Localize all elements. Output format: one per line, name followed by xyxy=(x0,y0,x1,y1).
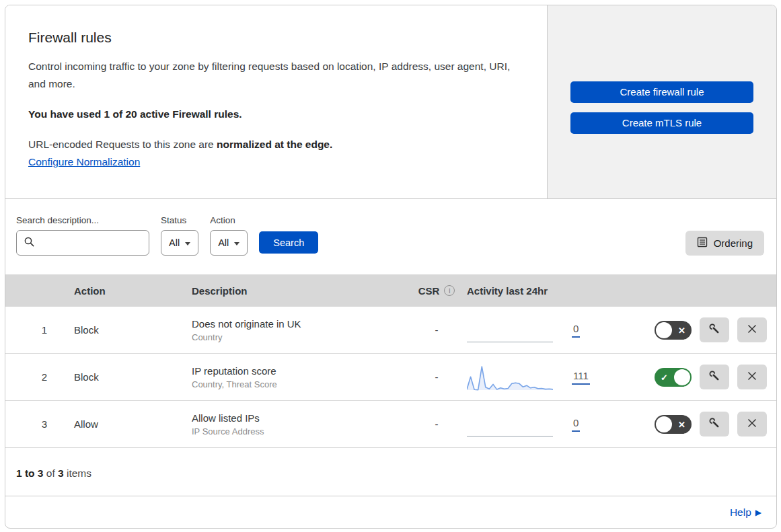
action-filter-group: Action All xyxy=(210,215,248,256)
column-csr-label: CSR xyxy=(418,285,440,297)
table-header: Action Description CSR i Activity last 2… xyxy=(5,274,776,307)
rule-activity-cell: 111 xyxy=(467,363,628,391)
rule-enabled-toggle[interactable]: ✕ xyxy=(655,415,692,434)
column-description: Description xyxy=(192,285,406,297)
delete-rule-button[interactable] xyxy=(737,412,767,436)
rule-priority: 3 xyxy=(15,418,74,430)
edit-rule-button[interactable] xyxy=(700,317,729,342)
pagination-summary: 1 to 3 of 3 items xyxy=(5,449,776,496)
rule-criteria: Country xyxy=(192,332,406,342)
rule-action: Allow xyxy=(74,418,192,430)
search-label: Search description... xyxy=(16,215,149,225)
rule-controls: ✓ xyxy=(628,365,767,389)
column-action: Action xyxy=(74,285,192,297)
activity-count-link[interactable]: 0 xyxy=(572,323,580,338)
items-of: of xyxy=(43,467,58,479)
search-group: Search description... xyxy=(16,215,149,256)
toggle-knob xyxy=(656,416,672,432)
rule-csr: - xyxy=(406,418,467,430)
toggle-on-icon: ✓ xyxy=(661,372,668,382)
page-description: Control incoming traffic to your zone by… xyxy=(28,58,513,92)
filter-bar: Search description... Status All Action … xyxy=(5,199,776,274)
rule-controls: ✕ xyxy=(628,412,767,436)
action-label: Action xyxy=(210,215,248,225)
firewall-rules-card: Firewall rules Control incoming traffic … xyxy=(5,5,777,529)
toggle-knob xyxy=(674,369,690,385)
table-row: 2 Block IP reputation score Country, Thr… xyxy=(5,354,776,401)
rule-enabled-toggle[interactable]: ✕ xyxy=(655,321,692,340)
wrench-icon xyxy=(708,323,720,337)
rule-priority: 2 xyxy=(15,371,74,383)
create-mtls-rule-button[interactable]: Create mTLS rule xyxy=(570,112,753,134)
activity-count-link[interactable]: 0 xyxy=(572,417,580,432)
header-actions-panel: Create firewall rule Create mTLS rule xyxy=(548,5,776,198)
rule-description-cell: IP reputation score Country, Threat Scor… xyxy=(192,365,406,389)
chevron-down-icon xyxy=(234,242,239,245)
help-footer: Help ▶ xyxy=(5,496,776,528)
close-icon xyxy=(747,324,757,336)
edit-rule-button[interactable] xyxy=(700,412,729,436)
status-label: Status xyxy=(161,215,198,225)
rule-activity-cell: 0 xyxy=(467,316,628,344)
ordering-button[interactable]: Ordering xyxy=(685,231,764,256)
normalization-note-bold: normalized at the edge. xyxy=(217,139,332,150)
toggle-off-icon: ✕ xyxy=(678,419,685,429)
delete-rule-button[interactable] xyxy=(737,317,767,342)
activity-count-link[interactable]: 111 xyxy=(572,370,590,385)
search-icon xyxy=(24,236,35,250)
table-row: 3 Allow Allow listed IPs IP Source Addre… xyxy=(5,401,776,448)
activity-sparkline xyxy=(467,316,553,344)
page-title: Firewall rules xyxy=(28,30,517,46)
normalization-note-text: URL-encoded Requests to this zone are xyxy=(28,139,217,150)
items-range: 1 to 3 xyxy=(16,467,43,479)
items-word: items xyxy=(64,467,91,479)
rule-criteria: IP Source Address xyxy=(192,426,406,436)
create-firewall-rule-button[interactable]: Create firewall rule xyxy=(570,81,753,103)
search-button[interactable]: Search xyxy=(259,231,318,254)
usage-summary: You have used 1 of 20 active Firewall ru… xyxy=(28,108,517,120)
rule-csr: - xyxy=(406,371,467,383)
rule-csr: - xyxy=(406,324,467,336)
table-row: 1 Block Does not originate in UK Country… xyxy=(5,307,776,354)
wrench-icon xyxy=(708,417,720,431)
rule-action: Block xyxy=(74,324,192,336)
rule-description: IP reputation score xyxy=(192,365,406,377)
edit-rule-button[interactable] xyxy=(700,365,729,389)
help-link-label: Help xyxy=(730,506,751,519)
close-icon xyxy=(747,418,757,430)
rule-description: Allow listed IPs xyxy=(192,412,406,424)
info-icon[interactable]: i xyxy=(444,285,455,296)
rule-description: Does not originate in UK xyxy=(192,318,406,330)
rule-controls: ✕ xyxy=(628,317,767,342)
activity-sparkline xyxy=(467,410,553,439)
help-link[interactable]: Help ▶ xyxy=(730,506,761,519)
activity-sparkline xyxy=(467,363,553,391)
status-filter-group: Status All xyxy=(161,215,198,256)
list-icon xyxy=(697,237,708,250)
close-icon xyxy=(747,371,757,383)
column-activity: Activity last 24hr xyxy=(467,285,628,297)
header-section: Firewall rules Control incoming traffic … xyxy=(5,5,776,199)
normalization-note: URL-encoded Requests to this zone are no… xyxy=(28,139,517,151)
rule-activity-cell: 0 xyxy=(467,410,628,439)
wrench-icon xyxy=(708,370,720,384)
rule-action: Block xyxy=(74,371,192,383)
ordering-button-label: Ordering xyxy=(714,237,753,249)
search-input[interactable] xyxy=(35,237,157,248)
header-description-panel: Firewall rules Control incoming traffic … xyxy=(5,5,548,198)
action-select-value: All xyxy=(218,237,229,248)
rule-priority: 1 xyxy=(15,324,74,336)
rule-description-cell: Allow listed IPs IP Source Address xyxy=(192,412,406,436)
column-csr: CSR i xyxy=(406,285,467,297)
status-select-value: All xyxy=(169,237,180,248)
rule-criteria: Country, Threat Score xyxy=(192,379,406,389)
status-select[interactable]: All xyxy=(161,230,198,256)
configure-normalization-link[interactable]: Configure Normalization xyxy=(28,156,140,167)
action-select[interactable]: All xyxy=(210,230,248,256)
rule-description-cell: Does not originate in UK Country xyxy=(192,318,406,342)
rule-enabled-toggle[interactable]: ✓ xyxy=(655,368,692,387)
delete-rule-button[interactable] xyxy=(737,365,767,389)
toggle-knob xyxy=(656,322,672,338)
search-input-box[interactable] xyxy=(16,230,149,256)
arrow-right-icon: ▶ xyxy=(755,508,761,517)
